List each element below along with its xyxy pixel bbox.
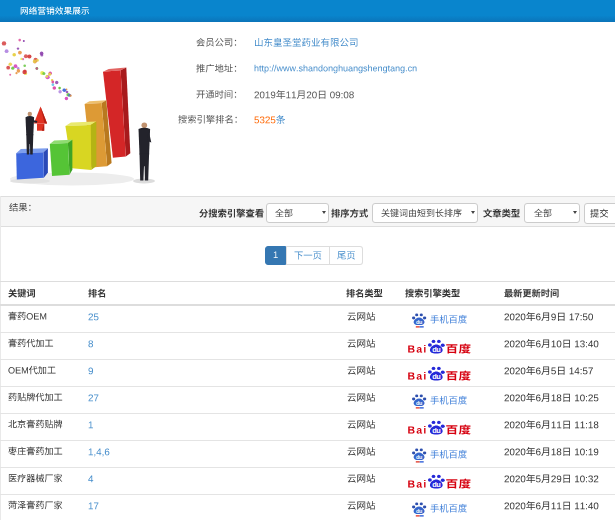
svg-text:du: du xyxy=(416,508,422,514)
svg-text:du: du xyxy=(416,319,422,325)
svg-text:du: du xyxy=(432,481,440,488)
svg-text:du: du xyxy=(416,454,422,460)
svg-text:du: du xyxy=(416,400,422,406)
svg-text:du: du xyxy=(432,346,440,353)
svg-text:du: du xyxy=(432,427,440,434)
svg-text:du: du xyxy=(432,373,440,380)
